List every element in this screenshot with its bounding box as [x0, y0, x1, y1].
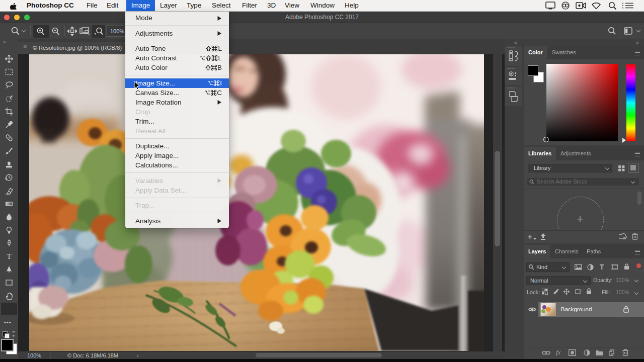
svg-text:T: T	[7, 252, 11, 260]
